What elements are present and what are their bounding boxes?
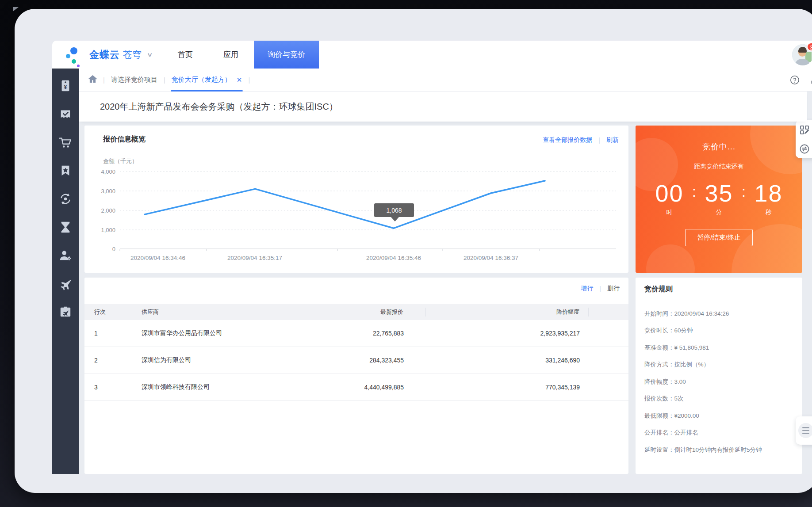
rule-minimum-limit: 最低限额：¥2000.00 bbox=[644, 412, 796, 420]
refresh-link[interactable]: 刷新 bbox=[606, 136, 619, 144]
svg-text:2020/09/04 16:34:46: 2020/09/04 16:34:46 bbox=[130, 255, 185, 261]
fullscreen-icon[interactable] bbox=[810, 76, 812, 85]
svg-text:1,000: 1,000 bbox=[101, 227, 115, 233]
rule-public-ranking: 公开排名：公开排名 bbox=[644, 429, 796, 437]
svg-text:4,000: 4,000 bbox=[101, 168, 115, 175]
view-all-quotes-link[interactable]: 查看全部报价数据 bbox=[543, 136, 592, 144]
page-title-bar: 2020年上海新产品发布会会务采购（发起方：环球集团ISC） bbox=[79, 91, 807, 122]
cell-reduction: 331,246,690 bbox=[426, 357, 589, 364]
home-icon[interactable] bbox=[88, 75, 97, 84]
bid-table-card: 增行 | 删行 行次 供应商 最新报价 降价幅度 1 bbox=[84, 278, 628, 474]
cell-reduction: 2,923,935,217 bbox=[426, 330, 589, 337]
page-title: 2020年上海新产品发布会会务采购（发起方：环球集团ISC） bbox=[100, 101, 338, 113]
breadcrumb-separator: | bbox=[164, 76, 165, 84]
breadcrumb-tab-label: 竞价大厅（发起方） bbox=[172, 76, 231, 84]
timer-seconds: 18 bbox=[747, 179, 790, 207]
quote-line bbox=[145, 181, 545, 228]
user-avatar[interactable]: 3 bbox=[792, 44, 812, 65]
link-separator: | bbox=[599, 285, 601, 292]
bidding-status: 竞价中... bbox=[636, 141, 802, 152]
travel-board-icon[interactable] bbox=[58, 305, 73, 320]
svg-text:0: 0 bbox=[112, 246, 115, 252]
svg-text:3,000: 3,000 bbox=[101, 188, 115, 194]
svg-text:2,000: 2,000 bbox=[101, 207, 115, 214]
countdown-card: 竞价中... 距离竞价结束还有 00 : 35 : 18 时 分 bbox=[636, 126, 802, 273]
rule-reduction-method: 降价方式：按比例（%） bbox=[644, 361, 796, 369]
quote-overview-card: 报价信息概览 查看全部报价数据 | 刷新 金额（千元） 4,000 3,000 … bbox=[84, 126, 628, 273]
countdown-subtitle: 距离竞价结束还有 bbox=[636, 163, 802, 171]
delete-row-link[interactable]: 删行 bbox=[607, 285, 620, 293]
rule-base-amount: 基准金额：¥ 51,805,981 bbox=[644, 344, 796, 352]
svg-text:2020/09/04 16:35:17: 2020/09/04 16:35:17 bbox=[227, 255, 282, 261]
svg-text:2020/09/04 16:35:46: 2020/09/04 16:35:46 bbox=[366, 255, 421, 261]
col-header-latest-quote: 最新报价 bbox=[324, 308, 426, 316]
cell-seq: 1 bbox=[84, 330, 125, 337]
layout-edit-button[interactable] bbox=[796, 120, 812, 139]
breadcrumb-tab-bidding-hall[interactable]: 竞价大厅（发起方） ✕ bbox=[172, 69, 242, 91]
app-window: 金蝶云 苍穹 ∨ 首页 应用 询价与竞价 3 ¥ bbox=[15, 9, 812, 493]
bidding-rules-title: 竞价规则 bbox=[644, 285, 673, 294]
bookmark-star-icon[interactable] bbox=[58, 163, 73, 178]
link-separator: | bbox=[598, 137, 600, 144]
kingdee-dots-icon bbox=[65, 44, 85, 65]
timer-hours: 00 bbox=[648, 179, 691, 207]
cell-seq: 3 bbox=[84, 384, 125, 391]
table-header-row: 行次 供应商 最新报价 降价幅度 bbox=[84, 304, 628, 320]
tab-inquiry-bidding[interactable]: 询价与竞价 bbox=[254, 41, 319, 69]
hourglass-icon[interactable] bbox=[58, 220, 73, 235]
svg-text:金额（千元）: 金额（千元） bbox=[103, 158, 138, 164]
bidding-rules-list: 开始时间：2020/09/04 16:34:26 竞价时长：60分钟 基准金额：… bbox=[644, 301, 796, 454]
svg-text:1,068: 1,068 bbox=[386, 207, 402, 214]
countdown-timer: 00 : 35 : 18 bbox=[636, 179, 802, 207]
notification-badge[interactable]: 3 bbox=[807, 42, 812, 51]
tab-apps[interactable]: 应用 bbox=[217, 41, 245, 69]
cell-reduction: 770,345,139 bbox=[426, 384, 589, 391]
bidding-rules-card: 竞价规则 开始时间：2020/09/04 16:34:26 竞价时长：60分钟 … bbox=[636, 278, 802, 474]
tab-home[interactable]: 首页 bbox=[172, 41, 199, 69]
table-row[interactable]: 2 深圳信为有限公司 284,323,455 331,246,690 bbox=[84, 347, 628, 374]
add-row-link[interactable]: 增行 bbox=[581, 285, 593, 293]
body-row: ¥ bbox=[52, 69, 812, 474]
swap-view-button[interactable] bbox=[796, 139, 812, 158]
help-icon[interactable] bbox=[790, 75, 800, 85]
bid-table: 行次 供应商 最新报价 降价幅度 1 深圳市富华办公用品有限公司 22,765,… bbox=[84, 304, 628, 401]
ticket-check-icon[interactable] bbox=[58, 107, 73, 122]
brand-product-name: 苍穹 bbox=[123, 49, 142, 61]
breadcrumb: | 请选择竞价项目 | 竞价大厅（发起方） ✕ | bbox=[79, 69, 812, 91]
quick-menu-button[interactable] bbox=[796, 416, 812, 445]
breadcrumb-actions bbox=[790, 69, 812, 91]
cart-icon[interactable] bbox=[58, 135, 73, 150]
cell-supplier: 深圳市领峰科技有限公司 bbox=[125, 383, 324, 391]
table-row[interactable]: 1 深圳市富华办公用品有限公司 22,765,883 2,923,935,217 bbox=[84, 320, 628, 347]
rule-duration: 竞价时长：60分钟 bbox=[644, 327, 796, 335]
cell-latest-quote: 284,323,455 bbox=[324, 357, 426, 364]
cell-supplier: 深圳市富华办公用品有限公司 bbox=[125, 329, 324, 337]
unit-hour: 时 bbox=[648, 209, 691, 217]
cell-latest-quote: 4,440,499,885 bbox=[324, 384, 426, 391]
chevron-down-icon[interactable]: ∨ bbox=[147, 51, 153, 58]
quote-overview-title: 报价信息概览 bbox=[103, 135, 146, 144]
brand-logo: 金蝶云 苍穹 ∨ bbox=[65, 41, 152, 69]
quote-line-chart[interactable]: 金额（千元） 4,000 3,000 2,000 1,000 0 bbox=[84, 149, 628, 268]
user-settings-icon[interactable] bbox=[58, 248, 73, 263]
app-shell: 金蝶云 苍穹 ∨ 首页 应用 询价与竞价 3 ¥ bbox=[52, 41, 812, 474]
cell-seq: 2 bbox=[84, 357, 125, 364]
timer-minutes: 35 bbox=[698, 179, 740, 207]
pause-end-terminate-button[interactable]: 暂停/结束/终止 bbox=[685, 229, 752, 246]
side-tools-panel bbox=[796, 120, 812, 158]
breadcrumb-item-select-project[interactable]: 请选择竞价项目 bbox=[111, 76, 157, 84]
sync-circle-icon[interactable] bbox=[58, 191, 73, 206]
yuan-tag-icon[interactable]: ¥ bbox=[58, 78, 73, 93]
main-column: | 请选择竞价项目 | 竞价大厅（发起方） ✕ | bbox=[79, 69, 812, 474]
airplane-icon[interactable] bbox=[58, 276, 73, 291]
col-header-seq: 行次 bbox=[84, 308, 125, 316]
rule-delay-setting: 延时设置：倒计时10分钟内有报价延时5分钟 bbox=[644, 446, 796, 454]
rule-start-time: 开始时间：2020/09/04 16:34:26 bbox=[644, 310, 796, 318]
top-nav-bar: 金蝶云 苍穹 ∨ 首页 应用 询价与竞价 3 bbox=[52, 41, 812, 69]
unit-second: 秒 bbox=[747, 209, 790, 217]
chart-tooltip: 1,068 bbox=[374, 203, 414, 221]
timer-units: 时 分 秒 bbox=[636, 209, 802, 217]
close-tab-icon[interactable]: ✕ bbox=[237, 76, 242, 84]
table-row[interactable]: 3 深圳市领峰科技有限公司 4,440,499,885 770,345,139 bbox=[84, 374, 628, 401]
rule-reduction-rate: 降价幅度：3.00 bbox=[644, 378, 796, 386]
